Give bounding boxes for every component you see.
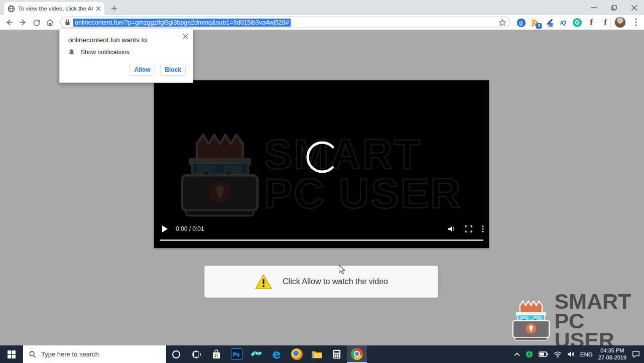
video-menu-icon[interactable] [482,225,484,232]
forward-button[interactable] [17,16,29,29]
edge-button[interactable]: e [267,345,287,363]
extension-colorpicker-icon[interactable] [544,17,555,28]
allow-button[interactable]: Allow [130,64,155,76]
tray-app-icon[interactable] [526,350,533,358]
language-indicator[interactable]: ENG [580,351,593,357]
browser-tab[interactable]: To view the video, click the Allow [4,2,104,15]
play-button[interactable] [162,225,168,232]
extension-at-icon[interactable]: @ [516,17,527,28]
extension-badge: 9 [536,23,542,29]
home-button[interactable] [44,16,56,29]
brand-text: SMART PC USER [554,292,644,350]
mouse-cursor [338,265,346,275]
bookmark-star-icon[interactable] [498,19,506,27]
photoshop-button[interactable]: Ps [226,345,246,363]
lock-icon[interactable] [65,19,70,26]
task-view-button[interactable] [186,345,206,363]
movie-maker-button[interactable] [246,345,267,363]
reload-button[interactable] [30,16,43,29]
extension-rss-icon[interactable]: 9 [530,17,541,28]
wifi-icon[interactable] [554,351,562,357]
video-controls: 0:00 / 0:01 [154,223,489,235]
block-button[interactable]: Block [160,64,186,76]
tray-chevron-icon[interactable] [514,352,520,356]
tab-close-icon[interactable] [96,6,101,11]
window-minimize-button[interactable] [584,0,604,15]
microsoft-store-button[interactable] [206,345,226,363]
address-bar[interactable]: onlinecontent.fun/?p=gmzggzlfgi5gi3bpge2… [60,17,510,28]
click-allow-text: Click Allow to watch the video [283,277,388,286]
profile-avatar[interactable] [614,17,626,28]
notification-permission-popup: onlinecontent.fun wants to Show notifica… [59,29,193,83]
chrome-menu-icon[interactable] [630,17,641,28]
toolbar-separator [610,19,611,27]
click-allow-message: Click Allow to watch the video [204,266,438,298]
fullscreen-icon[interactable] [465,225,472,232]
search-input[interactable] [41,350,152,358]
windows-taskbar: Ps e ENG 04:35 PM 27-0 [0,345,644,363]
popup-close-icon[interactable] [182,33,189,40]
cortana-button[interactable] [166,345,186,363]
window-close-button[interactable] [624,0,644,15]
tab-title: To view the video, click the Allow [18,6,93,12]
volume-tray-icon[interactable] [567,351,575,357]
chrome-button[interactable] [347,345,367,363]
smart-pc-user-logo: SMART PC USER [512,298,644,344]
extension-grammarly-icon[interactable]: G [572,17,583,28]
taskbar-search-box[interactable] [23,345,166,363]
system-tray: ENG 04:35 PM 27-08-2019 [514,345,644,363]
video-time: 0:00 / 0:01 [176,225,204,232]
firefox-button[interactable] [287,345,307,363]
loading-spinner [305,140,340,175]
url-text[interactable]: onlinecontent.fun/?p=gmzggzlfgi5gi3bpge2… [73,19,291,27]
extension-f-blue-icon[interactable]: f [600,17,611,28]
browser-titlebar: To view the video, click the Allow [0,0,644,15]
video-progress-bar[interactable] [160,239,483,241]
popup-request-text: Show notifications [81,49,130,56]
file-explorer-button[interactable] [307,345,327,363]
clock-date: 27-08-2019 [598,354,626,361]
extension-f-red-icon[interactable]: f [586,17,597,28]
smart-pc-user-mascot-icon [512,298,552,343]
browser-toolbar: onlinecontent.fun/?p=gmzggzlfgi5gi3bpge2… [0,15,644,30]
back-button[interactable] [3,16,16,29]
video-watermark: SMART PC USER [264,135,462,213]
video-player[interactable]: SMART PC USER 0:00 / 0:01 [154,80,489,248]
battery-icon[interactable] [539,351,548,357]
window-maximize-button[interactable] [604,0,624,15]
search-icon [29,351,36,358]
extension-iq-icon[interactable]: IQ [558,17,569,28]
volume-icon[interactable] [448,225,456,232]
clock[interactable]: 04:35 PM 27-08-2019 [598,347,626,361]
window-controls [584,0,644,15]
calculator-button[interactable] [327,345,347,363]
extensions-row: @ 9 IQ G f f [516,17,611,29]
bell-icon [68,49,75,56]
start-button[interactable] [0,345,23,363]
globe-favicon-icon [8,5,15,13]
action-center-icon[interactable] [632,350,640,358]
clock-time: 04:35 PM [598,347,626,354]
warning-icon [254,274,273,290]
video-watermark-logo [180,127,263,225]
popup-title: onlinecontent.fun wants to [68,36,147,44]
new-tab-button[interactable] [109,4,118,13]
